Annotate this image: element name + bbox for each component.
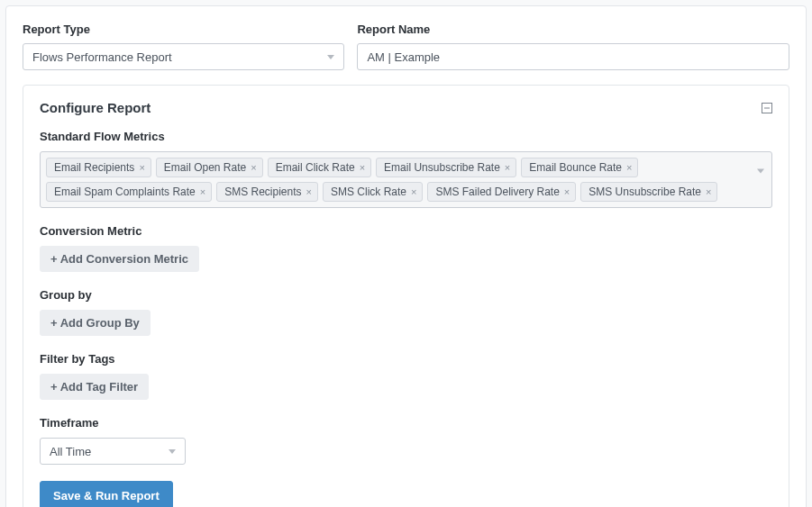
configure-title: Configure Report [40, 100, 151, 115]
metric-tag-label: SMS Recipients [224, 186, 301, 198]
report-builder-card: Report Type Flows Performance Report Rep… [5, 5, 807, 507]
metric-tag: SMS Unsubscribe Rate× [580, 182, 717, 202]
chevron-down-icon [757, 168, 764, 186]
report-name-input[interactable] [357, 43, 789, 70]
filter-by-tags-section: Filter by Tags + Add Tag Filter [40, 352, 772, 400]
metric-tag: Email Spam Complaints Rate× [46, 182, 212, 202]
metric-tag: SMS Recipients× [216, 182, 318, 202]
report-type-value: Flows Performance Report [32, 50, 172, 64]
top-field-row: Report Type Flows Performance Report Rep… [23, 23, 789, 70]
metric-tag-label: Email Open Rate [164, 161, 246, 174]
metric-tag-label: SMS Unsubscribe Rate [588, 186, 701, 198]
remove-tag-icon[interactable]: × [626, 163, 632, 173]
report-name-col: Report Name [357, 23, 789, 70]
conversion-metric-section: Conversion Metric + Add Conversion Metri… [40, 224, 772, 272]
standard-metrics-section: Standard Flow Metrics Email Recipients×E… [40, 130, 772, 208]
report-type-col: Report Type Flows Performance Report [23, 23, 344, 70]
timeframe-section: Timeframe All Time [40, 416, 772, 465]
standard-metrics-label: Standard Flow Metrics [40, 130, 772, 143]
filter-by-tags-label: Filter by Tags [40, 352, 772, 366]
configure-header: Configure Report [40, 100, 772, 115]
remove-tag-icon[interactable]: × [200, 187, 205, 197]
remove-tag-icon[interactable]: × [139, 163, 144, 173]
timeframe-value: All Time [50, 445, 91, 458]
remove-tag-icon[interactable]: × [306, 187, 312, 197]
metric-tag: SMS Click Rate× [323, 182, 423, 202]
metric-tag: SMS Failed Delivery Rate× [427, 182, 576, 202]
conversion-metric-label: Conversion Metric [40, 224, 772, 238]
metric-tag-label: Email Bounce Rate [529, 161, 622, 174]
metric-tag: Email Recipients× [46, 158, 151, 177]
configure-card: Configure Report Standard Flow Metrics E… [23, 85, 789, 507]
remove-tag-icon[interactable]: × [505, 163, 510, 173]
metric-tag-label: SMS Failed Delivery Rate [435, 186, 559, 198]
add-conversion-metric-button[interactable]: + Add Conversion Metric [40, 246, 199, 272]
remove-tag-icon[interactable]: × [411, 187, 416, 197]
metric-tag-label: Email Click Rate [276, 161, 355, 174]
timeframe-select[interactable]: All Time [40, 438, 186, 465]
metric-tag: Email Click Rate× [268, 158, 371, 177]
metric-tag-label: SMS Click Rate [331, 186, 406, 198]
metric-tag-label: Email Spam Complaints Rate [54, 186, 196, 198]
collapse-icon[interactable] [762, 103, 772, 113]
chevron-down-icon [169, 449, 176, 454]
group-by-section: Group by + Add Group By [40, 288, 772, 336]
metric-tag-label: Email Unsubscribe Rate [384, 161, 500, 174]
remove-tag-icon[interactable]: × [360, 163, 365, 173]
standard-metrics-multiselect[interactable]: Email Recipients×Email Open Rate×Email C… [40, 151, 772, 208]
metric-tag: Email Bounce Rate× [521, 158, 638, 177]
metric-tag: Email Open Rate× [156, 158, 263, 177]
report-name-label: Report Name [357, 23, 789, 36]
metric-tag-label: Email Recipients [54, 161, 134, 174]
report-type-label: Report Type [23, 23, 344, 36]
add-tag-filter-button[interactable]: + Add Tag Filter [40, 374, 149, 400]
report-type-select[interactable]: Flows Performance Report [23, 43, 344, 70]
remove-tag-icon[interactable]: × [706, 187, 711, 197]
remove-tag-icon[interactable]: × [564, 187, 570, 197]
group-by-label: Group by [40, 288, 772, 302]
metric-tag: Email Unsubscribe Rate× [376, 158, 516, 177]
chevron-down-icon [327, 55, 334, 59]
save-run-report-button[interactable]: Save & Run Report [40, 481, 173, 507]
remove-tag-icon[interactable]: × [251, 163, 256, 173]
timeframe-label: Timeframe [40, 416, 772, 430]
add-group-by-button[interactable]: + Add Group By [40, 310, 151, 336]
